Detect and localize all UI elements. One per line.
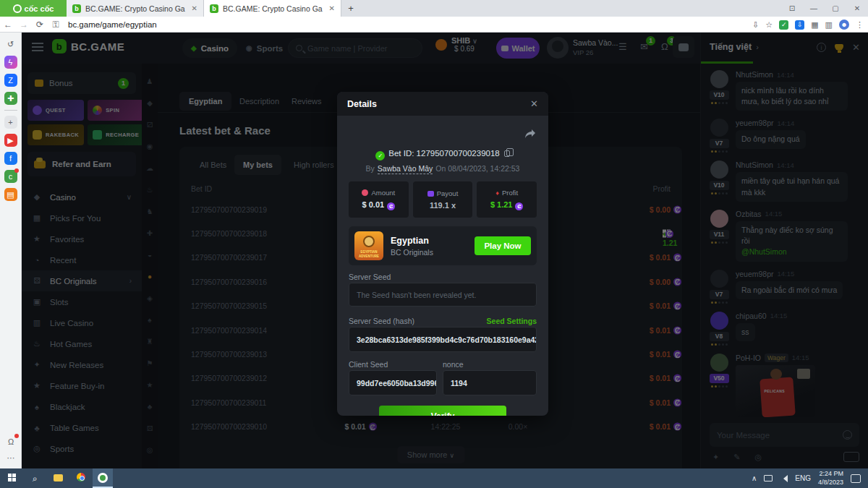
save-icon[interactable]: ⇩	[752, 20, 759, 30]
close-button[interactable]: ✕	[846, 4, 868, 12]
tab-title: BC.GAME: Crypto Casino Ga	[85, 4, 187, 13]
chrome-icon[interactable]	[69, 473, 93, 484]
lock-icon: ⚿	[48, 20, 64, 30]
speaker-icon[interactable]	[780, 475, 788, 482]
coccoc-brand[interactable]: cốc cốc	[0, 0, 67, 17]
profit-icon: ♦	[495, 189, 499, 197]
client-seed-field[interactable]: 99dd7ee6050ba13d996c	[349, 370, 437, 395]
start-button[interactable]	[0, 474, 23, 484]
new-tab-button[interactable]: +	[341, 0, 360, 17]
zalo-icon[interactable]: Z	[4, 74, 17, 87]
messenger-icon[interactable]: ϟ	[4, 56, 17, 69]
forward-button[interactable]: →	[16, 20, 32, 30]
modal-header: Details ✕	[337, 92, 548, 116]
coin-icon: Ȼ	[515, 202, 523, 210]
window-controls: ⊡ — ▢ ✕	[781, 0, 868, 17]
coccoc-taskbar-icon[interactable]	[93, 468, 113, 488]
copy-icon[interactable]	[504, 150, 510, 157]
bet-byline: BySawba Vào MâyOn 08/04/2023, 14:22:53	[337, 164, 548, 173]
notifications-bell-icon[interactable]: Ω	[4, 435, 17, 448]
game-provider: BC Originals	[391, 248, 433, 257]
tab-title: BC.GAME: Crypto Casino Ga	[223, 4, 325, 13]
adblock-shield-icon[interactable]: ✓	[779, 20, 788, 30]
amount-card: Amount $ 0.01Ȼ	[349, 181, 409, 218]
modal-title: Details	[347, 99, 377, 109]
show-hidden-icons[interactable]: ∧	[752, 474, 757, 482]
network-icon[interactable]	[764, 475, 773, 481]
server-seed-field[interactable]: The Seed hasn't been revealed yet.	[349, 283, 537, 307]
nonce-field[interactable]: 1194	[443, 370, 537, 395]
payout-icon	[427, 191, 434, 197]
game-title: Egyptian	[391, 236, 433, 246]
back-button[interactable]: ←	[0, 20, 16, 30]
browser-tab-1[interactable]: bBC.GAME: Crypto Casino Ga✕	[67, 0, 204, 17]
games-icon[interactable]: ✚	[4, 92, 17, 105]
sidebar-more-icon[interactable]: ⋯	[4, 453, 17, 463]
browser-tabbar: cốc cốc bBC.GAME: Crypto Casino Ga✕ bBC.…	[0, 0, 868, 17]
verify-button[interactable]: Verify	[379, 406, 506, 416]
action-center-icon[interactable]	[851, 474, 861, 483]
youtube-icon[interactable]: ▶	[4, 134, 17, 147]
client-seed-label: Client Seed	[349, 360, 388, 369]
browser-chrome: cốc cốc bBC.GAME: Crypto Casino Ga✕ bBC.…	[0, 0, 868, 33]
bcgame-favicon-icon: b	[210, 4, 218, 13]
bet-stats: Amount $ 0.01Ȼ Payout 119.1 x ♦Profit $ …	[349, 181, 537, 218]
file-explorer-icon[interactable]	[46, 474, 69, 484]
extensions-puzzle-icon[interactable]: ▦	[811, 20, 818, 30]
browser-tab-2[interactable]: bBC.GAME: Crypto Casino Ga✕	[204, 0, 341, 17]
minimize-button[interactable]: —	[803, 4, 825, 12]
browser-menu-icon[interactable]: ⋮	[856, 20, 864, 30]
bet-id-line: ✓Bet ID: 127950700700239018	[337, 149, 548, 160]
reload-button[interactable]: ⟳	[32, 20, 48, 30]
coccoc-logo-icon	[13, 4, 22, 13]
server-seed-label: Server Seed	[349, 273, 391, 281]
shop-icon[interactable]: ▤	[4, 188, 17, 201]
new-tab-icon[interactable]: +	[4, 116, 17, 129]
share-icon[interactable]	[525, 128, 535, 141]
bcgame-favicon-icon: b	[72, 4, 81, 13]
language-indicator[interactable]: ENG	[795, 474, 811, 482]
clock[interactable]: 2:24 PM4/8/2023	[818, 470, 843, 487]
bet-datetime: 08/04/2023, 14:22:53	[448, 164, 519, 173]
amount-icon	[362, 189, 368, 196]
taskbar-search-icon[interactable]: ⌕	[23, 474, 46, 484]
coin-icon: Ȼ	[387, 202, 395, 210]
tab-close-icon[interactable]: ✕	[192, 4, 197, 12]
bet-details-modal: Details ✕ ✓Bet ID: 127950700700239018 By…	[337, 92, 548, 416]
coccoc-brand-label: cốc cốc	[25, 4, 54, 13]
divider	[4, 110, 17, 111]
game-card: EGYPTIAN ADVENTURE EgyptianBC Originals …	[349, 226, 537, 265]
play-now-button[interactable]: Play Now	[475, 236, 531, 255]
profit-card: ♦Profit $ 1.21Ȼ	[477, 181, 537, 218]
cast-device-icon[interactable]: ⊡	[781, 4, 803, 12]
server-seed-hash-field[interactable]: 3e28bca6313de985f399bd4c9c76d70b183160e9…	[349, 327, 537, 352]
player-name[interactable]: Sawba Vào Mây	[378, 164, 433, 174]
nonce-label: nonce	[443, 360, 464, 369]
egyptian-game-thumbnail[interactable]: EGYPTIAN ADVENTURE	[354, 231, 383, 260]
server-seed-hash-label: Server Seed (hash)	[349, 317, 414, 325]
payout-card: Payout 119.1 x	[413, 181, 473, 218]
coccoc-icon[interactable]: c	[4, 170, 17, 183]
address-bar: ← → ⟳ ⚿ bc.game/game/egyptian ⇩ ☆ ✓ ⇩ ▦ …	[0, 17, 868, 33]
modal-close-icon[interactable]: ✕	[530, 98, 538, 109]
browser-sidebar: Ω ⋯ ↺ϟZ✚+▶fc▤	[0, 33, 22, 468]
download-manager-icon[interactable]: ⇩	[795, 20, 804, 30]
stats-icon[interactable]: ▥	[825, 20, 833, 30]
windows-taskbar: ⌕ ∧ ENG 2:24 PM4/8/2023	[0, 468, 868, 488]
bookmark-star-icon[interactable]: ☆	[765, 20, 773, 30]
facebook-icon[interactable]: f	[4, 152, 17, 165]
check-icon: ✓	[375, 151, 385, 160]
seed-settings-link[interactable]: Seed Settings	[487, 317, 537, 325]
bcgame-page: bBC.GAME ◆Casino ◉Sports Game name | Pro…	[22, 33, 868, 468]
tab-close-icon[interactable]: ✕	[329, 4, 335, 12]
url-text[interactable]: bc.game/game/egyptian	[68, 20, 157, 29]
maximize-button[interactable]: ▢	[825, 4, 846, 12]
history-icon[interactable]: ↺	[4, 38, 17, 51]
browser-profile-avatar[interactable]: ☻	[839, 20, 849, 30]
